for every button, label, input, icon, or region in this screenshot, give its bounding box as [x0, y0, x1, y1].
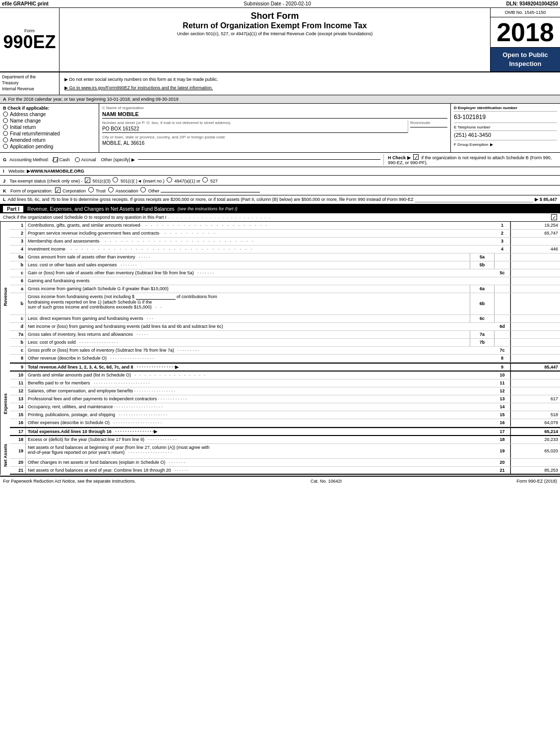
row-11-lineref: 11 [495, 379, 510, 387]
website-value: ▶WWW.NAMIMOBILE.ORG [27, 169, 84, 174]
ein-value: 63-1021819 [454, 114, 557, 123]
part-i-title: Revenue, Expenses, and Changes in Net As… [27, 206, 175, 212]
part-i-label: Part I [3, 206, 23, 212]
row-17-num: 17 [10, 428, 26, 435]
row-7a-value [510, 331, 560, 338]
row-13-lineref: 13 [495, 395, 510, 403]
j-501c-label: 501(c)( )◄ (insert no.) [121, 179, 166, 184]
row-19-desc: Net assets or fund balances at beginning… [26, 444, 495, 458]
h-checkbox[interactable]: ✓ [413, 154, 419, 160]
form-header: Form 990EZ Short Form Return of Organiza… [0, 8, 560, 72]
row-19: 19 Net assets or fund balances at beginn… [10, 444, 560, 459]
j-4947-radio[interactable] [167, 177, 172, 183]
row-6d-num: d [10, 323, 26, 330]
row-8: 8 Other revenue (describe in Schedule O)… [10, 355, 560, 363]
row-11-value [510, 379, 560, 387]
section-a-separator: , and ending 09-30-2019 [130, 97, 179, 102]
k-other-radio[interactable] [140, 187, 146, 192]
cash-checkbox[interactable]: ✓ [53, 157, 58, 162]
row-15-num: 15 [10, 411, 26, 419]
row-12-value [510, 387, 560, 395]
row-6b: b Gross income from fundraising events (… [10, 293, 560, 315]
accrual-radio[interactable] [75, 157, 80, 162]
name-change-label: Name change [10, 118, 41, 124]
tax-exempt-label: Tax-exempt status (check only one) - [9, 179, 84, 184]
check-note-text: Check if the organization used Schedule … [3, 215, 166, 220]
row-18-lineref: 18 [495, 436, 510, 443]
row-7c-value [510, 347, 560, 354]
room-value [410, 125, 447, 127]
row-5a-spacer [495, 253, 510, 261]
street-block: Number and street (or P. O. box, if mail… [102, 121, 408, 133]
row-5b-lineref: 5b [470, 261, 495, 269]
accrual-label: Accrual [81, 157, 96, 162]
street-row: Number and street (or P. O. box, if mail… [102, 121, 447, 133]
row-2-desc: Program service revenue including govern… [26, 230, 495, 237]
row-21-num: 21 [10, 467, 26, 474]
page: efile GRAPHIC print Submission Date - 20… [0, 0, 560, 748]
amended-return-radio[interactable] [3, 137, 8, 142]
row-5a-num: 5a [10, 253, 26, 261]
k-corp-label: Corporation [62, 188, 87, 193]
net-assets-rows: 18 Excess or (deficit) for the year (Sub… [10, 436, 560, 475]
row-14-value [510, 403, 560, 411]
row-4-lineref: 4 [495, 246, 510, 253]
row-20: 20 Other changes in net assets or fund b… [10, 459, 560, 467]
top-bar: efile GRAPHIC print Submission Date - 20… [0, 0, 560, 8]
row-9: 9 Total revenue. Add lines 1, 2, 3, 4, 5… [10, 363, 560, 372]
street-label: Number and street (or P. O. box, if mail… [102, 121, 408, 125]
tax-year: 2018 [491, 17, 560, 48]
section-a: A For the 2018 calendar year, or tax yea… [0, 95, 560, 104]
address-change-radio[interactable] [3, 112, 8, 117]
initial-return-row: Initial return [3, 125, 96, 130]
name-change-radio[interactable] [3, 118, 8, 123]
room-block: Room/suite [408, 121, 447, 133]
row-6a-value [510, 285, 560, 293]
row-13-value: 617 [510, 395, 560, 403]
row-6a-spacer [495, 285, 510, 293]
row-11: 11 Benefits paid to or for members · · ·… [10, 379, 560, 387]
row-12-desc: Salaries, other compensation, and employ… [26, 387, 495, 395]
row-7c: c Gross profit or (loss) from sales of i… [10, 347, 560, 355]
l-label: L [3, 197, 6, 202]
row-21: 21 Net assets or fund balances at end of… [10, 467, 560, 475]
address-change-row: Address change [3, 112, 96, 117]
k-assoc-radio[interactable] [108, 187, 114, 192]
j-527-radio[interactable] [202, 177, 208, 183]
final-return-radio[interactable] [3, 131, 8, 136]
j-501c-radio[interactable] [113, 177, 118, 183]
row-6-num: 6 [10, 277, 26, 285]
row-9-value: 85,447 [510, 364, 560, 371]
row-19-value: 65,020 [510, 444, 560, 458]
row-4-desc: Investment income · · · · · · · · · · · … [26, 246, 495, 253]
instructions-section: Department of the Treasury Internal Reve… [0, 72, 560, 95]
k-assoc-label: Association [116, 188, 140, 193]
check-note-box[interactable]: ✓ [551, 214, 557, 220]
k-corp-checkbox[interactable]: ✓ [55, 187, 61, 193]
other-field[interactable] [138, 159, 380, 160]
k-trust-radio[interactable] [88, 187, 94, 192]
pending-radio[interactable] [3, 144, 8, 149]
row-7c-desc: Gross profit or (loss) from sales of inv… [26, 347, 495, 354]
initial-return-radio[interactable] [3, 125, 8, 129]
row-9-desc: Total revenue. Add lines 1, 2, 3, 4, 5c,… [26, 364, 495, 371]
j-501c3-checkbox[interactable]: ✓ [85, 178, 90, 183]
j-527-label: 527 [210, 179, 218, 184]
row-13-desc: Professional fees and other payments to … [26, 395, 495, 403]
row-18-value: 20,233 [510, 436, 560, 443]
row-14-desc: Occupancy, rent, utilities, and maintena… [26, 403, 495, 411]
i-label: I [3, 169, 4, 174]
g-label: G [3, 157, 6, 162]
row-5c: c Gain or (loss) from sale of assets oth… [10, 269, 560, 277]
row-6a-lineref: 6a [470, 285, 495, 293]
open-inspection-badge: Open to Public Inspection [491, 48, 560, 71]
j-4947-label: 4947(a)(1) or [174, 179, 201, 184]
footer-middle: Cat. No. 10642I [311, 479, 342, 484]
row-7a: 7a Gross sales of inventory, less return… [10, 331, 560, 339]
row-20-desc: Other changes in net assets or fund bala… [26, 459, 495, 466]
row-6c-value [510, 315, 560, 322]
footer: For Paperwork Reduction Act Notice, see … [0, 476, 560, 486]
row-7b-spacer [495, 339, 510, 346]
city-label: City or town, state or province, country… [102, 135, 447, 139]
k-other-field[interactable] [161, 192, 260, 192]
